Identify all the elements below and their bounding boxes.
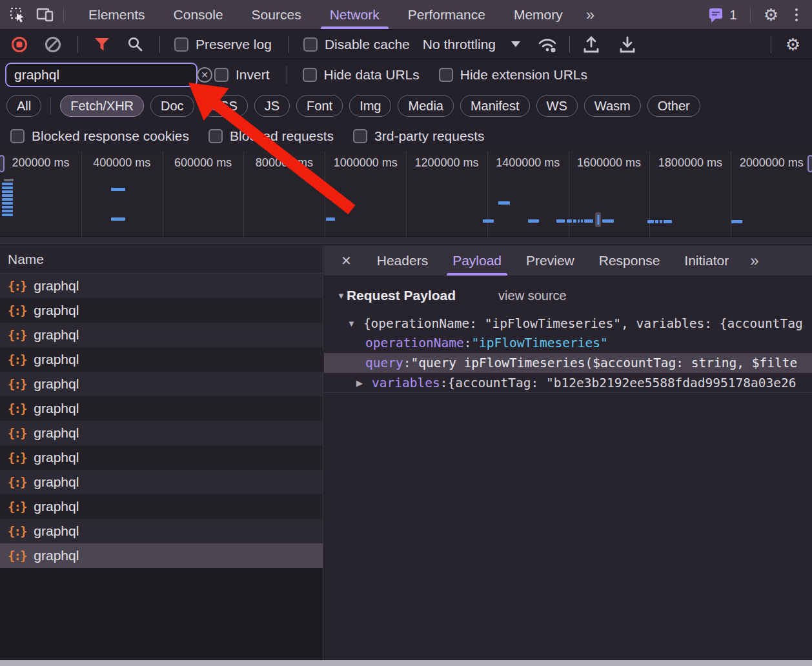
- blocked-response-cookies-checkbox[interactable]: [10, 129, 25, 143]
- export-har-icon[interactable]: [619, 35, 636, 54]
- timeline-gridline: [649, 151, 650, 237]
- details-tab-initiator[interactable]: Initiator: [672, 245, 741, 276]
- filter-input-wrap: ✕: [5, 63, 198, 87]
- message-bubble-icon: [707, 6, 724, 23]
- clear-network-log-icon[interactable]: [45, 37, 61, 52]
- chip-doc[interactable]: Doc: [150, 95, 194, 117]
- chip-css[interactable]: CSS: [201, 95, 248, 117]
- name-column-header[interactable]: Name: [0, 245, 323, 274]
- timeline-tick-label: 800000 ms: [243, 156, 325, 170]
- view-source-link[interactable]: view source: [498, 288, 567, 303]
- timeline-selected-marker: [595, 212, 601, 227]
- expand-triangle-icon[interactable]: ▶: [356, 378, 363, 388]
- timeline-tick-label: 1800000 ms: [649, 156, 731, 170]
- request-row[interactable]: {:}graphql: [0, 519, 323, 543]
- request-type-chips: AllFetch/XHRDocCSSJSFontImgMediaManifest…: [0, 90, 812, 121]
- request-row[interactable]: {:}graphql: [0, 543, 323, 568]
- chip-fetch-xhr[interactable]: Fetch/XHR: [60, 95, 144, 117]
- request-row[interactable]: {:}graphql: [0, 372, 323, 396]
- import-har-icon[interactable]: [583, 35, 600, 54]
- network-settings-gear-icon[interactable]: ⚙: [786, 36, 800, 53]
- chip-manifest[interactable]: Manifest: [460, 95, 530, 117]
- tab-console[interactable]: Console: [159, 0, 238, 29]
- timeline-request-bar: [573, 219, 576, 223]
- tab-network[interactable]: Network: [316, 0, 394, 29]
- timeline-request-bar: [660, 220, 662, 223]
- search-icon[interactable]: [127, 36, 144, 53]
- preserve-log-label: Preserve log: [196, 37, 272, 52]
- request-row[interactable]: {:}graphql: [0, 347, 323, 372]
- device-toolbar-icon[interactable]: [36, 7, 54, 23]
- network-conditions-icon[interactable]: [537, 35, 558, 54]
- request-name: graphql: [34, 376, 79, 392]
- chip-font[interactable]: Font: [296, 95, 343, 117]
- more-details-tabs-icon[interactable]: »: [741, 252, 767, 270]
- payload-key: query: [365, 356, 403, 370]
- kebab-menu-icon[interactable]: [791, 7, 802, 23]
- payload-row-query[interactable]: query: "query ipFlowTimeseries($accountT…: [324, 353, 812, 373]
- network-overview-timeline[interactable]: 200000 ms400000 ms600000 ms800000 ms1000…: [0, 151, 812, 245]
- request-name: graphql: [34, 523, 79, 539]
- preserve-log-checkbox[interactable]: [174, 37, 188, 52]
- timeline-gridline: [569, 151, 569, 237]
- clear-filter-icon[interactable]: ✕: [197, 67, 212, 83]
- request-row[interactable]: {:}graphql: [0, 494, 323, 519]
- details-tabbar: ✕ HeadersPayloadPreviewResponseInitiator…: [324, 245, 812, 276]
- filter-icon[interactable]: [94, 37, 110, 52]
- chip-all[interactable]: All: [6, 95, 41, 117]
- json-braces-icon: {:}: [8, 328, 26, 342]
- details-tab-payload[interactable]: Payload: [440, 245, 514, 276]
- disable-cache-checkbox[interactable]: [303, 37, 318, 52]
- issues-counter[interactable]: 1: [707, 6, 737, 23]
- chip-ws[interactable]: WS: [536, 95, 578, 117]
- tabbar-divider: [63, 6, 64, 23]
- chip-wasm[interactable]: Wasm: [584, 95, 641, 117]
- payload-row-operationname[interactable]: operationName: "ipFlowTimeseries": [324, 333, 812, 353]
- timeline-tick-label: 1200000 ms: [406, 156, 487, 170]
- timeline-tick-label: 1400000 ms: [487, 156, 569, 170]
- timeline-request-bar: [2, 183, 13, 185]
- blocked-requests-checkbox[interactable]: [208, 129, 223, 143]
- chip-img[interactable]: Img: [349, 95, 391, 117]
- network-toolbar: Preserve log Disable cache No throttling…: [0, 30, 812, 59]
- request-row[interactable]: {:}graphql: [0, 323, 323, 347]
- hide-extension-urls-checkbox[interactable]: [439, 68, 453, 82]
- blocked-requests-label: Blocked requests: [230, 128, 334, 144]
- details-tab-response[interactable]: Response: [587, 245, 673, 276]
- payload-root-summary[interactable]: ▼ {operationName: "ipFlowTimeseries", va…: [324, 314, 812, 333]
- tab-performance[interactable]: Performance: [394, 0, 500, 29]
- settings-gear-icon[interactable]: ⚙: [764, 6, 778, 23]
- payload-view: ▼ Request Payload view source ▼ {operati…: [324, 285, 812, 393]
- hide-data-urls-checkbox[interactable]: [303, 68, 317, 82]
- request-row[interactable]: {:}graphql: [0, 396, 323, 421]
- collapse-triangle-icon[interactable]: ▼: [337, 291, 345, 301]
- request-row[interactable]: {:}graphql: [0, 470, 323, 494]
- request-row[interactable]: {:}graphql: [0, 274, 323, 298]
- chip-js[interactable]: JS: [254, 95, 290, 117]
- request-row[interactable]: {:}graphql: [0, 445, 323, 470]
- request-row[interactable]: {:}graphql: [0, 421, 323, 445]
- request-row[interactable]: {:}graphql: [0, 298, 323, 323]
- details-tab-preview[interactable]: Preview: [514, 245, 587, 276]
- overview-scrollbar-track[interactable]: [0, 236, 812, 245]
- tab-sources[interactable]: Sources: [238, 0, 316, 29]
- details-tab-headers[interactable]: Headers: [365, 245, 440, 276]
- filter-input[interactable]: [6, 67, 197, 83]
- invert-checkbox[interactable]: [214, 68, 228, 82]
- timeline-tick-label: 2000000 ms: [731, 156, 812, 170]
- tab-elements[interactable]: Elements: [74, 0, 159, 29]
- inspect-element-icon[interactable]: [9, 6, 26, 23]
- chip-media[interactable]: Media: [398, 95, 453, 117]
- timeline-request-bar: [4, 179, 14, 181]
- payload-row-variables[interactable]: ▶variables: {accountTag: "b12e3b2192ee55…: [324, 373, 812, 393]
- timeline-request-bar: [498, 201, 510, 205]
- tab-memory[interactable]: Memory: [500, 0, 577, 29]
- close-details-icon[interactable]: ✕: [324, 253, 365, 268]
- more-panels-icon[interactable]: »: [577, 6, 604, 24]
- third-party-requests-checkbox[interactable]: [353, 129, 367, 143]
- record-network-log-button[interactable]: [12, 37, 27, 52]
- timeline-gridline: [81, 151, 82, 237]
- timeline-request-bar: [111, 188, 125, 191]
- throttling-dropdown[interactable]: No throttling: [423, 37, 520, 52]
- chip-other[interactable]: Other: [647, 95, 700, 117]
